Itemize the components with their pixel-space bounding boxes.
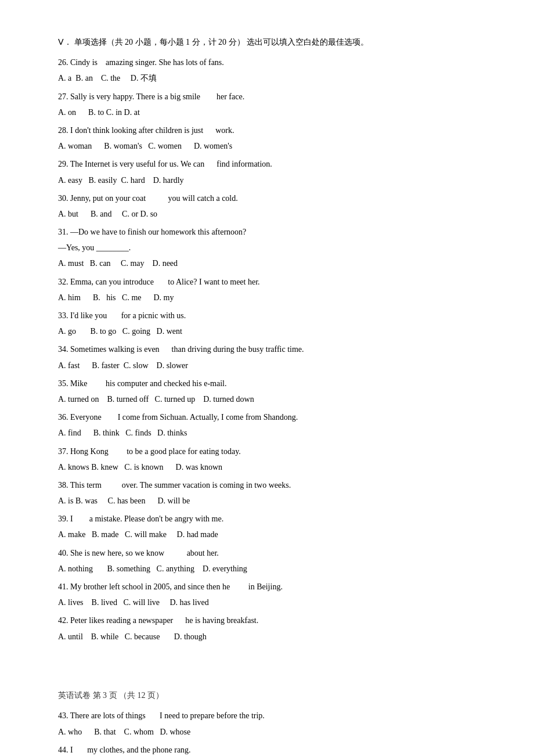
- questions-continued-container: 43. There are lots of things I need to p…: [58, 708, 488, 756]
- q36-text: 36. Everyone I come from Sichuan. Actual…: [58, 410, 488, 424]
- q35-options: A. turned on B. turned off C. turned up …: [58, 392, 488, 406]
- q33-options: A. go B. to go C. going D. went: [58, 324, 488, 339]
- q31-text: 31. —Do we have to finish our homework t…: [58, 225, 488, 239]
- q41-text: 41. My brother left school in 2005, and …: [58, 579, 488, 594]
- q29-options: A. easy B. easily C. hard D. hardly: [58, 173, 488, 188]
- q30-text: 30. Jenny, put on your coat you will cat…: [58, 191, 488, 206]
- q42-text: 42. Peter likes reading a newspaper he i…: [58, 613, 488, 628]
- q29-text: 29. The Internet is very useful for us. …: [58, 157, 488, 171]
- q37-text: 37. Hong Kong to be a good place for eat…: [58, 444, 488, 459]
- q31-options: A. must B. can C. may D. need: [58, 256, 488, 271]
- q39-text: 39. I a mistake. Please don't be angry w…: [58, 512, 488, 526]
- q40-text: 40. She is new here, so we know about he…: [58, 546, 488, 560]
- q28-options: A. woman B. woman's C. women D. women's: [58, 139, 488, 153]
- q27-text: 27. Sally is very happy. There is a big …: [58, 89, 488, 104]
- q38-options: A. is B. was C. has been D. will be: [58, 494, 488, 508]
- q36-options: A. find B. think C. finds D. thinks: [58, 426, 488, 440]
- q39-options: A. make B. made C. will make D. had made: [58, 527, 488, 542]
- q35-text: 35. Mike his computer and checked his e-…: [58, 376, 488, 391]
- q41-options: A. lives B. lived C. will live D. has li…: [58, 595, 488, 610]
- q34-text: 34. Sometimes walking is even than drivi…: [58, 342, 488, 357]
- q44-text: 44. I my clothes, and the phone rang.: [58, 743, 488, 756]
- page-marker: 英语试卷 第 3 页 （共 12 页）: [58, 688, 488, 703]
- q30-options: A. but B. and C. or D. so: [58, 207, 488, 221]
- q28-text: 28. I don't think looking after children…: [58, 123, 488, 138]
- q33-text: 33. I'd like you for a picnic with us.: [58, 308, 488, 323]
- q32-options: A. him B. his C. me D. my: [58, 290, 488, 305]
- q43-text: 43. There are lots of things I need to p…: [58, 708, 488, 723]
- q31-text2: —Yes, you ________.: [58, 240, 488, 255]
- q38-text: 38. This term over. The summer vacation …: [58, 478, 488, 492]
- q37-options: A. knows B. knew C. is known D. was know…: [58, 460, 488, 474]
- q32-text: 32. Emma, can you introduce to Alice? I …: [58, 275, 488, 289]
- q26-text: 26. Cindy is amazing singer. She has lot…: [58, 55, 488, 70]
- section-header: Ⅴ． 单项选择（共 20 小题，每小题 1 分，计 20 分） 选出可以填入空白…: [58, 35, 488, 49]
- q43-options: A. who B. that C. whom D. whose: [58, 725, 488, 739]
- questions-container: 26. Cindy is amazing singer. She has lot…: [58, 55, 488, 644]
- q40-options: A. nothing B. something C. anything D. e…: [58, 561, 488, 576]
- q26-options: A. a B. an C. the D. 不填: [58, 71, 488, 85]
- q34-options: A. fast B. faster C. slow D. slower: [58, 358, 488, 373]
- q27-options: A. on B. to C. in D. at: [58, 105, 488, 120]
- q42-options: A. until B. while C. because D. though: [58, 629, 488, 644]
